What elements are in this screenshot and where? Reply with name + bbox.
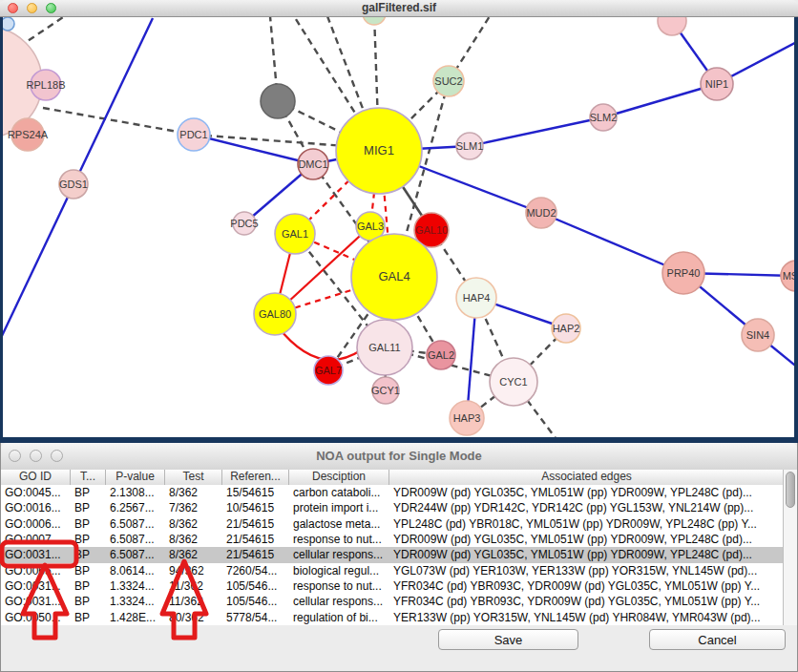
node-green-top[interactable] — [363, 17, 386, 25]
cell: GO:0065... — [1, 563, 71, 578]
node-circle-MUD2[interactable] — [526, 198, 556, 228]
save-button[interactable]: Save — [438, 629, 578, 650]
cell: BP — [71, 578, 106, 594]
node-circle-MIG1[interactable] — [336, 108, 422, 194]
node-gray-node[interactable] — [261, 84, 295, 118]
node-circle-NIP1[interactable] — [701, 68, 733, 100]
node-HAP4[interactable]: HAP4 — [456, 278, 496, 318]
node-GCY1[interactable]: GCY1 — [371, 377, 400, 404]
node-SIN4[interactable]: SIN4 — [742, 319, 774, 351]
cancel-button[interactable]: Cancel — [649, 629, 786, 650]
cell: cellular respons... — [289, 547, 389, 562]
network-canvas[interactable]: RPL18BRPS24AGDS1PDC1DMC1MIG1SUC2SLM1SLM2… — [3, 17, 794, 437]
node-circle-HAP4[interactable] — [456, 278, 496, 318]
node-SLM2[interactable]: SLM2 — [590, 104, 618, 131]
table-row-1[interactable]: GO:0045...BP2.1308...8/36215/54615carbon… — [1, 485, 785, 500]
node-circle-PDC5[interactable] — [233, 212, 256, 235]
network-graph[interactable]: RPL18BRPS24AGDS1PDC1DMC1MIG1SUC2SLM1SLM2… — [3, 17, 794, 437]
network-edge[interactable] — [470, 117, 603, 146]
node-GAL11[interactable]: GAL11 — [357, 320, 412, 375]
node-circle-DMC1[interactable] — [298, 149, 328, 179]
column-header-desciption[interactable]: Desciption — [289, 470, 389, 485]
cell: YER133W (pp) YOR315W, YNL145W (pd) YHR08… — [389, 610, 785, 625]
node-GAL2[interactable]: GAL2 — [427, 341, 455, 369]
node-HAP2[interactable]: HAP2 — [552, 314, 580, 343]
node-circle-GAL2[interactable] — [427, 341, 455, 369]
cell: 6.5087... — [106, 516, 165, 532]
table-row-9[interactable]: GO:0050...BP1.428E...80/3625778/54...reg… — [1, 610, 785, 625]
node-GAL1[interactable]: GAL1 — [275, 214, 315, 254]
node-circle-CYC1[interactable] — [490, 358, 537, 406]
node-circle-gray-node[interactable] — [261, 84, 295, 118]
node-circle-SIN4[interactable] — [742, 319, 774, 351]
node-PDC1[interactable]: PDC1 — [178, 118, 210, 151]
network-window: galFiltered.sif RPL18BRPS24AGDS1PDC1DMC1… — [0, 0, 798, 443]
node-PRP40[interactable]: PRP40 — [662, 252, 704, 294]
cell: 8/362 — [165, 547, 222, 562]
node-circle-RPL18B[interactable] — [31, 70, 61, 100]
table-row-7[interactable]: GO:0031...BP1.3324...11/362105/546...res… — [1, 578, 785, 594]
node-circle-PRP40[interactable] — [662, 252, 704, 294]
network-edge[interactable] — [19, 17, 69, 47]
node-circle-GAL80[interactable] — [254, 293, 296, 335]
node-circle-GAL7[interactable] — [314, 356, 343, 385]
node-circle-green-top[interactable] — [363, 17, 386, 25]
node-circle-HAP2[interactable] — [552, 314, 580, 343]
node-GDS1[interactable]: GDS1 — [59, 170, 88, 199]
column-header-t[interactable]: T... — [71, 470, 106, 485]
node-MUD2[interactable]: MUD2 — [526, 198, 556, 228]
network-edge[interactable] — [603, 84, 717, 117]
node-circle-blue-frag[interactable] — [3, 17, 14, 31]
table-row-2[interactable]: GO:0016...BP6.2567...7/36210/54615protei… — [1, 500, 785, 515]
node-HAP3[interactable]: HAP3 — [450, 401, 484, 435]
table-row-6[interactable]: GO:0065...BP8.0614...94/3627260/54...bio… — [1, 563, 785, 578]
node-blue-frag[interactable] — [3, 17, 14, 31]
node-circle-SLM1[interactable] — [456, 133, 483, 159]
table-row-3[interactable]: GO:0006...BP6.5087...8/36221/54615galact… — [1, 516, 785, 532]
node-pink-top[interactable] — [658, 17, 686, 35]
node-circle-GCY1[interactable] — [372, 377, 399, 404]
node-circle-SUC2[interactable] — [433, 66, 464, 96]
node-circle-RPS24A[interactable] — [11, 118, 44, 151]
node-NIP1[interactable]: NIP1 — [701, 68, 733, 100]
node-circle-HAP3[interactable] — [450, 401, 484, 435]
column-header-test[interactable]: Test — [165, 470, 222, 485]
node-GAL80[interactable]: GAL80 — [254, 293, 296, 335]
cell: YDR009W (pd) YGL035C, YML051W (pp) YDR00… — [389, 485, 785, 500]
node-SUC2[interactable]: SUC2 — [433, 66, 464, 96]
column-header-referen[interactable]: Referen... — [222, 470, 289, 485]
cell: 94/362 — [165, 563, 222, 578]
network-edge[interactable] — [541, 213, 683, 273]
column-header-associatededges[interactable]: Associated edges — [389, 470, 785, 485]
node-DMC1[interactable]: DMC1 — [298, 149, 328, 179]
node-circle-PDC1[interactable] — [178, 118, 210, 151]
node-SLM1[interactable]: SLM1 — [456, 133, 484, 159]
table-row-5[interactable]: GO:0031...BP6.5087...8/36221/54615cellul… — [1, 547, 785, 562]
node-circle-MSL1[interactable] — [781, 261, 794, 291]
network-edge[interactable] — [43, 108, 194, 135]
cell: 6.5087... — [106, 547, 165, 562]
cell: GO:0016... — [1, 500, 71, 515]
node-circle-pink-top[interactable] — [658, 17, 686, 35]
node-GAL7[interactable]: GAL7 — [314, 356, 343, 385]
node-circle-SLM2[interactable] — [590, 104, 617, 131]
node-MSL1[interactable]: MSL1 — [781, 261, 794, 291]
table-row-8[interactable]: GO:0031...BP1.3324...11/362105/546...cel… — [1, 594, 785, 609]
column-header-goid[interactable]: GO ID — [1, 470, 71, 485]
node-circle-GAL4[interactable] — [351, 234, 437, 320]
vertical-scrollbar[interactable] — [783, 470, 797, 625]
cell: 6.5087... — [106, 532, 165, 547]
cell: biological regul... — [289, 563, 389, 578]
node-circle-GDS1[interactable] — [59, 170, 88, 199]
node-MIG1[interactable]: MIG1 — [336, 108, 422, 194]
cell: 11/362 — [165, 578, 222, 594]
node-GAL4[interactable]: GAL4 — [351, 234, 437, 320]
node-circle-GAL11[interactable] — [357, 320, 412, 375]
table-row-4[interactable]: GO:0007...BP6.5087...8/36221/54615respon… — [1, 532, 785, 547]
column-header-pvalue[interactable]: P-value — [106, 470, 165, 485]
scrollbar-thumb[interactable] — [786, 472, 795, 508]
cell: 21/54615 — [222, 532, 289, 547]
cell: 105/546... — [222, 578, 289, 594]
node-CYC1[interactable]: CYC1 — [490, 358, 537, 406]
node-circle-GAL1[interactable] — [275, 214, 315, 254]
